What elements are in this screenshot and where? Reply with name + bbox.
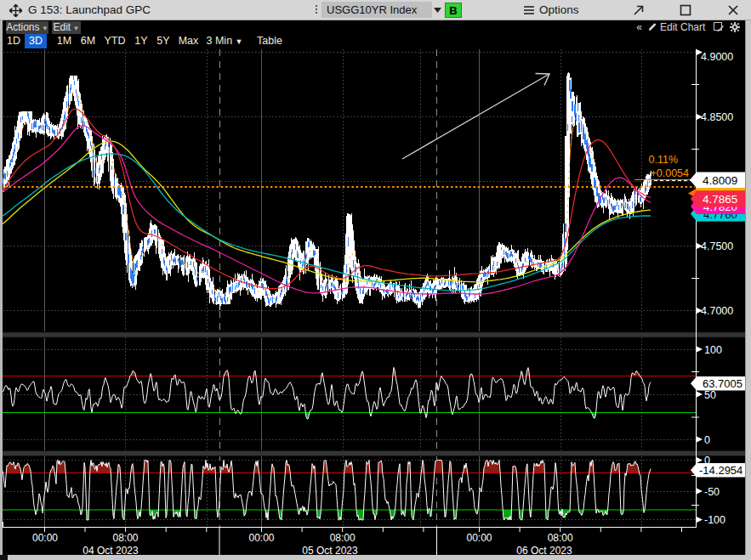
svg-text:4.8500: 4.8500 (701, 111, 733, 123)
svg-text:0: 0 (704, 434, 710, 446)
svg-text:-100: -100 (704, 514, 725, 526)
svg-text:4.7500: 4.7500 (701, 240, 733, 252)
svg-text:08:00: 08:00 (112, 532, 138, 544)
svg-text:+0.0054: +0.0054 (650, 167, 689, 179)
svg-text:100: 100 (704, 344, 722, 356)
svg-text:4.8009: 4.8009 (703, 174, 737, 187)
svg-text:-14.2954: -14.2954 (699, 464, 742, 477)
svg-text:00:00: 00:00 (248, 532, 274, 544)
svg-text:00:00: 00:00 (32, 532, 58, 544)
svg-text:4.9000: 4.9000 (701, 51, 733, 63)
svg-text:-50: -50 (704, 486, 720, 498)
svg-text:08:00: 08:00 (548, 532, 573, 544)
svg-text:08:00: 08:00 (330, 532, 356, 544)
svg-text:00:00: 00:00 (466, 532, 492, 544)
svg-text:4.7865: 4.7865 (703, 193, 737, 206)
svg-text:50: 50 (704, 389, 716, 401)
svg-text:4.7000: 4.7000 (701, 305, 733, 317)
svg-text:63.7005: 63.7005 (703, 377, 742, 390)
svg-text:0.11%: 0.11% (648, 154, 678, 166)
